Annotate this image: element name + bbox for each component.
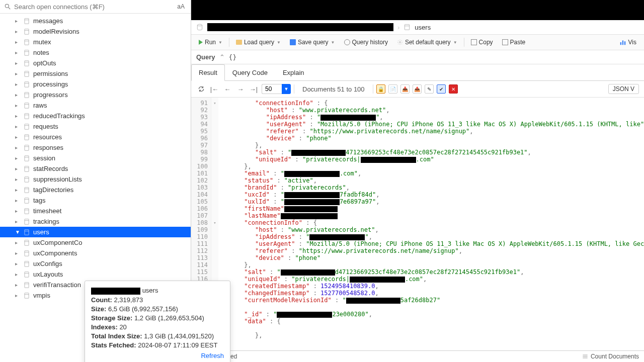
collection-icon xyxy=(23,239,30,246)
doc-delete-icon[interactable]: ✕ xyxy=(449,84,458,94)
sidebar-item-messages[interactable]: ▸messages xyxy=(0,16,191,26)
doc-export-icon[interactable]: 📤 xyxy=(413,84,422,94)
sidebar-item-uxComponentCo[interactable]: ▸uxComponentCo xyxy=(0,237,191,248)
view-mode-button[interactable]: JSON V xyxy=(608,84,639,94)
chevron-right-icon: ▸ xyxy=(15,219,20,224)
paste-icon xyxy=(502,39,508,45)
sidebar-item-reducedTrackings[interactable]: ▸reducedTrackings xyxy=(0,111,191,121)
set-default-query-button[interactable]: Set default query▼ xyxy=(393,37,461,48)
query-history-button[interactable]: Query history xyxy=(341,37,391,48)
prev-page-button[interactable]: ← xyxy=(222,84,232,94)
sidebar-item-label: requests xyxy=(33,123,58,130)
sidebar-item-users[interactable]: ▼users xyxy=(0,227,191,237)
lock-icon[interactable]: 🔒 xyxy=(376,84,385,94)
chevron-right-icon: ▸ xyxy=(15,18,20,24)
sidebar-item-uxComponents[interactable]: ▸uxComponents xyxy=(0,248,191,258)
history-icon xyxy=(344,39,350,45)
chevron-right-icon: ▸ xyxy=(15,124,20,129)
sidebar-item-timesheet[interactable]: ▸timesheet xyxy=(0,206,191,216)
chevron-right-icon: ▸ xyxy=(15,261,20,266)
doc-check-icon[interactable]: ✔ xyxy=(437,84,446,94)
tab-query-code[interactable]: Query Code xyxy=(225,64,275,80)
chevron-up-icon[interactable]: ⌃ xyxy=(219,53,225,61)
sidebar-item-label: tags xyxy=(33,197,46,204)
breadcrumb-db-redacted xyxy=(207,23,393,31)
collection-icon xyxy=(23,81,30,88)
collection-icon xyxy=(23,271,30,278)
doc-add-icon[interactable]: 📄 xyxy=(388,84,397,94)
count-documents-button[interactable]: Count Documents xyxy=(582,353,639,360)
chevron-right-icon: ▸ xyxy=(15,39,20,45)
svg-rect-54 xyxy=(25,293,29,298)
svg-line-1 xyxy=(9,8,11,10)
first-page-button[interactable]: |← xyxy=(209,84,219,94)
load-query-button[interactable]: Load query▼ xyxy=(232,37,284,48)
text-size-icon[interactable]: aA xyxy=(175,2,187,11)
sidebar-item-label: vmpis xyxy=(33,292,50,299)
sidebar-item-suppressionLists[interactable]: ▸suppressionLists xyxy=(0,174,191,185)
chevron-right-icon: ▸ xyxy=(15,293,20,298)
sidebar-item-notes[interactable]: ▸notes xyxy=(0,47,191,58)
sidebar-item-requests[interactable]: ▸requests xyxy=(0,121,191,132)
sidebar-item-uxConfigs[interactable]: ▸uxConfigs xyxy=(0,258,191,269)
svg-rect-48 xyxy=(25,261,29,266)
svg-rect-22 xyxy=(25,124,29,129)
sidebar-item-optOuts[interactable]: ▸optOuts xyxy=(0,58,191,68)
svg-rect-6 xyxy=(25,39,29,45)
collection-icon xyxy=(23,229,30,236)
play-icon xyxy=(199,40,203,45)
sidebar-item-session[interactable]: ▸session xyxy=(0,153,191,163)
svg-rect-8 xyxy=(25,50,29,55)
collection-icon xyxy=(23,123,30,130)
search-input[interactable] xyxy=(14,3,172,11)
sidebar-item-label: resources xyxy=(33,133,62,141)
chevron-right-icon: ▸ xyxy=(15,176,20,182)
gear-icon xyxy=(397,39,403,45)
page-size-input[interactable] xyxy=(262,84,282,94)
collection-icon xyxy=(23,60,30,67)
next-page-button[interactable]: → xyxy=(235,84,246,94)
doc-import-icon[interactable]: 📥 xyxy=(400,84,410,94)
refresh-button[interactable] xyxy=(196,84,206,94)
result-tabs: Result Query Code Explain xyxy=(191,64,644,81)
paste-button[interactable]: Paste xyxy=(499,37,529,48)
page-size-selector[interactable]: ▼ xyxy=(262,84,291,94)
save-query-button[interactable]: Save query▼ xyxy=(286,37,339,48)
query-label: Query xyxy=(196,53,215,61)
sidebar-item-modelRevisions[interactable]: ▸modelRevisions xyxy=(0,26,191,37)
list-icon xyxy=(582,353,589,360)
json-editor[interactable]: 9192939495969798991001011021031041051061… xyxy=(191,98,644,350)
sidebar-item-uxLayouts[interactable]: ▸uxLayouts xyxy=(0,269,191,280)
sidebar-item-tagDirectories[interactable]: ▸tagDirectories xyxy=(0,185,191,195)
sidebar-item-processings[interactable]: ▸processings xyxy=(0,79,191,89)
sidebar-item-label: raws xyxy=(33,102,47,109)
sidebar-item-progressors[interactable]: ▸progressors xyxy=(0,89,191,100)
doc-edit-icon[interactable]: ✎ xyxy=(425,84,434,94)
sidebar-item-label: processings xyxy=(33,80,68,88)
visual-button[interactable]: Vis xyxy=(616,37,640,48)
tab-explain[interactable]: Explain xyxy=(275,64,312,80)
query-body[interactable]: {} xyxy=(229,53,237,61)
refresh-icon xyxy=(198,85,205,93)
sidebar-item-statRecords[interactable]: ▸statRecords xyxy=(0,163,191,174)
collection-icon xyxy=(23,292,30,299)
chevron-down-icon[interactable]: ▼ xyxy=(282,84,291,94)
sidebar-item-mutex[interactable]: ▸mutex xyxy=(0,37,191,47)
breadcrumb-collection[interactable]: users xyxy=(415,24,431,31)
sidebar-item-responses[interactable]: ▸responses xyxy=(0,142,191,153)
sidebar-item-trackings[interactable]: ▸trackings xyxy=(0,216,191,227)
sidebar-item-label: uxComponentCo xyxy=(33,239,83,246)
svg-rect-44 xyxy=(25,240,29,245)
refresh-stats-link[interactable]: Refresh xyxy=(91,352,224,359)
copy-button[interactable]: Copy xyxy=(467,37,497,48)
sidebar-item-permissions[interactable]: ▸permissions xyxy=(0,68,191,79)
last-page-button[interactable]: →| xyxy=(249,84,259,94)
svg-rect-36 xyxy=(25,198,29,203)
tab-result[interactable]: Result xyxy=(191,64,225,81)
code-content[interactable]: "connectionInfo" : { "host" : "www.priva… xyxy=(218,98,644,350)
sidebar-item-raws[interactable]: ▸raws xyxy=(0,100,191,111)
svg-rect-4 xyxy=(25,29,29,34)
sidebar-item-resources[interactable]: ▸resources xyxy=(0,132,191,142)
run-button[interactable]: Run▼ xyxy=(195,37,226,48)
sidebar-item-tags[interactable]: ▸tags xyxy=(0,195,191,206)
